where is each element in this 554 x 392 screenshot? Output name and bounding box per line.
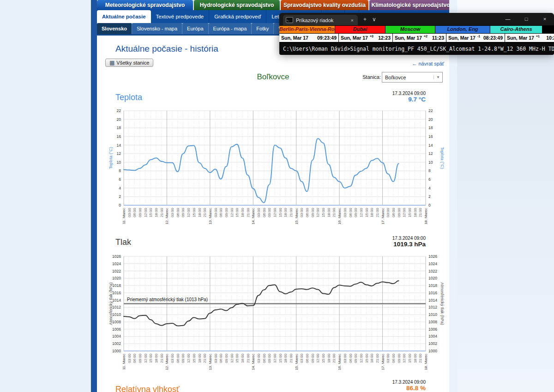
svg-text:Priemerný atmosférický tlak (1: Priemerný atmosférický tlak (1013 hPa) — [127, 297, 208, 302]
terminal-tab[interactable]: ›_ Príkazový riadok × — [283, 15, 358, 25]
svg-text:18:00: 18:00 — [370, 208, 374, 217]
svg-text:1022: 1022 — [112, 269, 121, 273]
svg-text:12:00: 12:00 — [316, 208, 320, 217]
clock-city-dubai: Dubai — [335, 26, 385, 33]
svg-text:03:00: 03:00 — [127, 208, 132, 217]
svg-text:21:00: 21:00 — [203, 353, 207, 363]
main-content: Meteorologické spravodajstvoHydrologické… — [97, 0, 449, 392]
temperature-current-value: 9.7 °C — [408, 96, 426, 103]
tertiary-tab-eur-pa[interactable]: Európa — [182, 23, 208, 34]
secondary-tab-aktu-lne-po-asie[interactable]: Aktuálne počasie — [97, 10, 151, 23]
page-left-border — [91, 0, 97, 392]
terminal-window: ›_ Príkazový riadok × + ∨ — □ × Berlin-P… — [279, 13, 554, 53]
svg-text:12:00: 12:00 — [144, 353, 148, 363]
temperature-chart-block: Teplota 17.3.2024 09:00 9.7 °C 002244668… — [106, 90, 448, 235]
svg-text:15. Marec: 15. Marec — [295, 208, 299, 225]
svg-text:09:00: 09:00 — [397, 353, 401, 363]
svg-text:8: 8 — [428, 168, 431, 173]
svg-text:09:00: 09:00 — [354, 353, 358, 363]
svg-text:14: 14 — [117, 143, 121, 148]
back-link[interactable]: ← návrat späť — [412, 61, 444, 66]
temperature-current-date: 17.3.2024 09:00 — [392, 91, 426, 96]
back-link-label: návrat späť — [419, 61, 445, 66]
svg-text:06:00: 06:00 — [305, 353, 309, 363]
svg-text:03:00: 03:00 — [300, 353, 304, 363]
svg-text:1000: 1000 — [428, 349, 437, 353]
svg-text:03:00: 03:00 — [257, 208, 261, 217]
world-clock-header-row: Berlin-Paris-Vienna-RomaDubaiMoscowLondo… — [279, 25, 554, 33]
chevron-down-icon: ▼ — [434, 75, 442, 79]
new-tab-button[interactable]: + — [363, 16, 367, 23]
close-button[interactable]: × — [536, 13, 554, 25]
svg-text:6: 6 — [119, 177, 121, 182]
svg-text:21:00: 21:00 — [418, 208, 422, 217]
pressure-chart-title: Tlak — [115, 238, 131, 247]
svg-text:10: 10 — [117, 160, 121, 165]
svg-text:1016: 1016 — [428, 291, 437, 295]
svg-text:1018: 1018 — [428, 283, 437, 288]
secondary-tab-textov-predpovede[interactable]: Textové predpovede — [151, 10, 210, 23]
svg-text:15:00: 15:00 — [408, 208, 412, 217]
svg-text:14. Marec: 14. Marec — [251, 208, 255, 225]
svg-text:16: 16 — [117, 134, 121, 139]
tertiary-tab-slovensko-mapa[interactable]: Slovensko - mapa — [132, 23, 182, 34]
svg-text:1024: 1024 — [428, 261, 437, 266]
svg-text:15:00: 15:00 — [278, 353, 283, 363]
svg-text:1016: 1016 — [112, 291, 121, 295]
clock-time-moscow: Sun, Mar 17+211:23 — [393, 34, 446, 42]
primary-tab-meteorologick-spravodajstvo[interactable]: Meteorologické spravodajstvo — [97, 0, 193, 10]
svg-text:12:00: 12:00 — [273, 208, 277, 217]
clock-time-cairo-athens: Sun, Mar 17+110:23 — [505, 34, 554, 42]
svg-text:18:00: 18:00 — [283, 208, 288, 217]
tab-close-icon[interactable]: × — [349, 18, 355, 23]
all-stations-button[interactable]: ▦ Všetky stanice — [105, 59, 153, 67]
tab-dropdown-icon[interactable]: ∨ — [372, 16, 376, 23]
primary-nav: Meteorologické spravodajstvoHydrologické… — [97, 0, 449, 10]
svg-text:18:00: 18:00 — [413, 208, 417, 217]
svg-text:18:00: 18:00 — [154, 353, 158, 363]
maximize-button[interactable]: □ — [517, 13, 536, 25]
svg-text:03:00: 03:00 — [300, 208, 304, 217]
pressure-current-value: 1019.3 hPa — [393, 241, 426, 248]
svg-text:1012: 1012 — [112, 305, 121, 309]
svg-text:17. Marec: 17. Marec — [381, 354, 385, 370]
svg-text:1022: 1022 — [428, 269, 437, 273]
tertiary-tab-slovensko[interactable]: Slovensko — [97, 23, 132, 34]
temperature-chart-title: Teplota — [115, 93, 142, 102]
svg-text:09:00: 09:00 — [181, 208, 185, 217]
minimize-button[interactable]: — — [499, 13, 517, 25]
svg-text:1010: 1010 — [112, 312, 121, 317]
svg-text:Teplota (°C): Teplota (°C) — [440, 147, 445, 169]
svg-text:1010: 1010 — [428, 312, 437, 317]
svg-text:18:00: 18:00 — [413, 353, 417, 363]
svg-text:1006: 1006 — [112, 327, 121, 332]
svg-text:21:00: 21:00 — [289, 353, 293, 363]
svg-text:09:00: 09:00 — [354, 208, 358, 217]
svg-text:14: 14 — [428, 143, 433, 148]
svg-text:15. Marec: 15. Marec — [295, 354, 299, 370]
svg-text:1024: 1024 — [112, 261, 121, 266]
svg-text:21:00: 21:00 — [332, 208, 336, 217]
svg-text:06:00: 06:00 — [262, 353, 266, 363]
svg-text:1018: 1018 — [112, 283, 121, 288]
svg-text:4: 4 — [428, 186, 431, 190]
svg-text:1020: 1020 — [112, 276, 121, 280]
primary-tab-klimatologick-spravodajstvo[interactable]: Klimatologické spravodajstvo — [369, 0, 452, 10]
terminal-command-line[interactable]: C:\Users\Roman Dávid>Signal monitoring_P… — [279, 43, 554, 55]
svg-text:Atmosférický tlak (hPa): Atmosférický tlak (hPa) — [440, 282, 445, 325]
svg-text:18:00: 18:00 — [241, 208, 245, 217]
svg-text:22: 22 — [117, 108, 121, 113]
tertiary-tab-eur-pa-mapa[interactable]: Európa - mapa — [209, 23, 252, 34]
primary-tab-hydrologick-spravodajstvo[interactable]: Hydrologické spravodajstvo — [194, 0, 280, 10]
svg-text:12:00: 12:00 — [316, 353, 320, 363]
secondary-tab-grafick-predpove[interactable]: Grafická predpoveď — [209, 10, 266, 23]
primary-tab-spravodajstvo-kvality-ovzdu-ia[interactable]: Spravodajstvo kvality ovzdušia — [281, 0, 368, 10]
svg-text:12:00: 12:00 — [402, 208, 406, 217]
tertiary-tab-fotky[interactable]: Fotky — [252, 23, 274, 34]
svg-text:14. Marec: 14. Marec — [251, 354, 255, 370]
terminal-titlebar[interactable]: ›_ Príkazový riadok × + ∨ — □ × — [279, 13, 554, 25]
svg-text:15:00: 15:00 — [149, 208, 153, 217]
svg-text:1026: 1026 — [428, 254, 437, 259]
station-select[interactable]: Boľkovce ▼ — [382, 72, 443, 83]
svg-text:09:00: 09:00 — [224, 208, 229, 217]
